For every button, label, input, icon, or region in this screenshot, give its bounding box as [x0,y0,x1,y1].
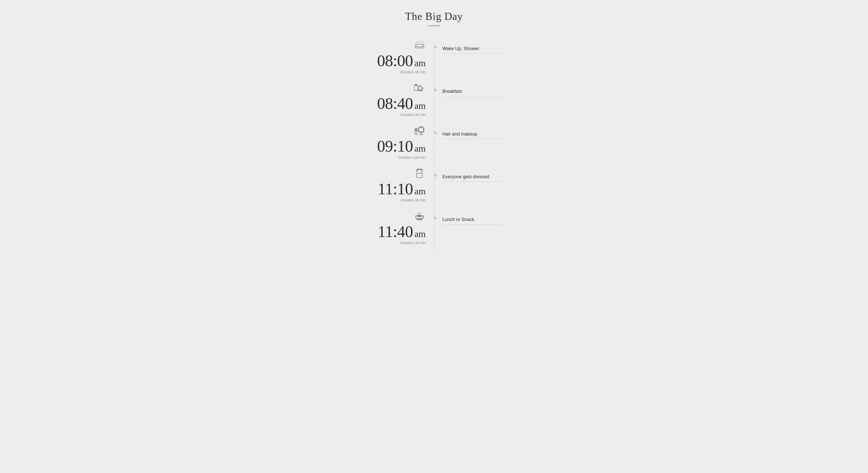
right-side-dressed: Everyone gets dressed [437,167,523,182]
svg-rect-13 [415,130,417,134]
dot-lunch [434,217,437,219]
left-side-lunch: 11:40 am Duration 20 min [345,210,433,245]
title-divider [428,25,440,26]
time-hair-makeup: 09:10 [377,138,413,154]
timeline-item-breakfast: 08:40 am Duration 30 min Breakfast [345,82,523,117]
dot-breakfast [434,89,437,91]
center-dot-breakfast [433,82,437,91]
event-divider-hair-makeup [442,139,503,139]
icon-wrapper-breakfast [413,82,426,94]
duration-lunch: Duration 20 min [400,241,426,245]
svg-rect-10 [418,87,422,90]
breakfast-icon [413,82,426,94]
timeline-container: 08:00 am Duration 40 min Wake Up, Shower [345,39,523,253]
svg-line-22 [420,212,420,217]
dot-dressed [434,174,437,177]
event-title-breakfast: Breakfast [442,89,523,94]
ampm-dressed: am [414,186,426,196]
ampm-hair-makeup: am [414,143,426,154]
time-row-dressed: 11:10 am [378,181,426,197]
timeline-item-dressed: 11:10 am Duration 30 min Everyone gets d… [345,167,523,202]
event-title-dressed: Everyone gets dressed [442,174,523,180]
duration-wake-up: Duration 40 min [400,70,426,74]
time-lunch: 11:40 [378,224,413,240]
timeline-item-wake-up: 08:00 am Duration 40 min Wake Up, Shower [345,39,523,74]
left-side-wake-up: 08:00 am Duration 40 min [345,39,433,74]
page-title: The Big Day [405,10,463,22]
time-dressed: 11:10 [378,181,413,197]
dot-hair-makeup [434,131,437,134]
time-breakfast: 08:40 [377,95,413,112]
event-title-lunch: Lunch or Snack [442,217,523,222]
ampm-lunch: am [414,229,426,239]
time-row-breakfast: 08:40 am [377,95,426,112]
timeline-item-lunch: 11:40 am Duration 20 min Lunch or Snack [345,210,523,245]
icon-wrapper-hair-makeup [413,124,426,136]
left-side-dressed: 11:10 am Duration 30 min [345,167,433,202]
icon-wrapper-wake-up [413,39,426,51]
right-side-breakfast: Breakfast [437,82,523,96]
svg-point-16 [418,127,424,133]
svg-rect-14 [415,129,417,130]
dress-icon [413,167,426,179]
time-row-lunch: 11:40 am [378,224,426,240]
svg-line-2 [422,42,423,42]
svg-point-17 [419,127,424,132]
timeline-item-hair-makeup: 09:10 am Duration 120 min Hair and makeu… [345,124,523,159]
icon-wrapper-lunch [413,210,426,222]
time-row-hair-makeup: 09:10 am [377,138,426,154]
left-side-breakfast: 08:40 am Duration 30 min [345,82,433,117]
duration-breakfast: Duration 30 min [400,113,426,117]
svg-line-1 [416,42,417,42]
center-dot-wake-up [433,39,437,49]
left-side-hair-makeup: 09:10 am Duration 120 min [345,124,433,159]
center-dot-hair-makeup [433,124,437,134]
right-side-lunch: Lunch or Snack [437,210,523,225]
event-divider-breakfast [442,96,503,96]
center-dot-lunch [433,210,437,219]
time-wake-up: 08:00 [377,53,413,69]
food-icon [413,210,426,222]
dot-wake-up [434,46,437,49]
event-divider-lunch [442,224,503,225]
sunrise-icon [413,39,426,51]
duration-dressed: Duration 30 min [400,198,426,202]
ampm-breakfast: am [414,100,426,111]
time-row-wake-up: 08:00 am [377,53,426,69]
icon-wrapper-dressed [413,167,426,179]
event-divider-dressed [442,182,503,182]
ampm-wake-up: am [414,58,426,68]
event-title-wake-up: Wake Up, Shower [442,46,523,51]
duration-hair-makeup: Duration 120 min [398,155,426,159]
makeup-icon [413,124,426,136]
center-dot-dressed [433,167,437,177]
right-side-wake-up: Wake Up, Shower [437,39,523,54]
event-title-hair-makeup: Hair and makeup [442,131,523,137]
svg-rect-7 [414,86,418,91]
right-side-hair-makeup: Hair and makeup [437,124,523,139]
